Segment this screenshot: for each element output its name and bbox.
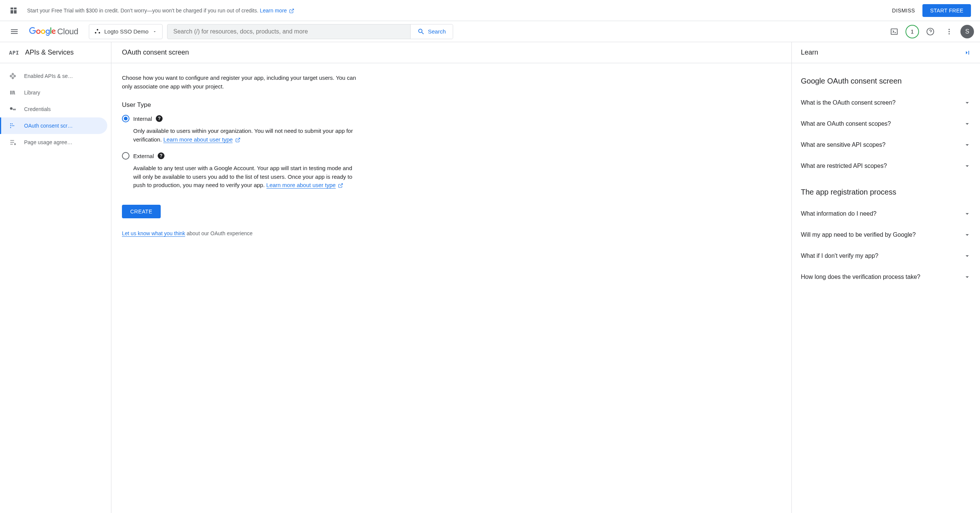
sidebar-item-library[interactable]: Library <box>0 84 107 101</box>
internal-description: Only available to users within your orga… <box>133 127 357 144</box>
svg-point-5 <box>948 29 950 30</box>
radio-external[interactable] <box>122 152 129 159</box>
svg-point-10 <box>10 125 11 126</box>
more-menu-button[interactable] <box>942 24 957 39</box>
learn-item[interactable]: Will my app need to be verified by Googl… <box>801 224 971 245</box>
radio-internal[interactable] <box>122 115 129 122</box>
feedback-link[interactable]: Let us know what you think <box>122 230 185 237</box>
sidebar-item-oauth-consent[interactable]: OAuth consent screen <box>0 118 107 134</box>
learn-item[interactable]: How long does the verification process t… <box>801 266 971 288</box>
sidebar-item-label: Credentials <box>24 106 51 112</box>
feedback-line: Let us know what you think about our OAu… <box>122 230 357 236</box>
svg-point-11 <box>12 125 13 126</box>
sidebar-item-page-usage[interactable]: Page usage agreements <box>0 134 107 151</box>
learn-item[interactable]: What is the OAuth consent screen? <box>801 92 971 113</box>
learn-item[interactable]: What are restricted API scopes? <box>801 155 971 177</box>
gift-icon <box>9 6 18 15</box>
promo-learn-more-link[interactable]: Learn more <box>260 8 294 14</box>
learn-panel: Learn Google OAuth consent screen What i… <box>792 42 980 513</box>
nav-tools: 1 S <box>887 24 974 39</box>
external-link-icon <box>235 137 240 143</box>
chevron-down-icon <box>963 210 971 218</box>
svg-point-0 <box>97 29 98 30</box>
project-picker[interactable]: Logto SSO Demo <box>89 24 162 39</box>
api-badge-icon: API <box>9 50 19 56</box>
kebab-menu-icon <box>945 28 953 35</box>
create-button[interactable]: CREATE <box>122 205 161 218</box>
chevron-down-icon <box>963 252 971 260</box>
chevron-down-icon <box>153 29 157 34</box>
cloud-text: Cloud <box>57 27 78 37</box>
learn-header: Learn <box>792 42 980 63</box>
learn-section-registration: The app registration process <box>801 188 971 196</box>
svg-point-8 <box>10 123 11 124</box>
svg-point-12 <box>13 125 14 126</box>
cloud-shell-button[interactable] <box>887 24 902 39</box>
chevron-down-icon <box>963 99 971 107</box>
google-logo-icon <box>29 27 56 36</box>
chevron-down-icon <box>963 231 971 239</box>
svg-point-2 <box>99 32 100 33</box>
svg-point-9 <box>12 123 13 124</box>
promo-text-content: Start your Free Trial with $300 in credi… <box>27 8 260 14</box>
radio-internal-row: Internal ? <box>122 115 357 122</box>
external-learn-more-link[interactable]: Learn more about user type <box>266 182 336 188</box>
internal-learn-more-link[interactable]: Learn more about user type <box>163 136 232 143</box>
top-nav: Cloud Logto SSO Demo Search 1 S <box>0 21 980 42</box>
external-link-icon <box>338 183 343 188</box>
search-bar: Search <box>167 24 453 39</box>
help-tooltip-icon[interactable]: ? <box>158 153 164 159</box>
chevron-down-icon <box>963 273 971 281</box>
consent-screen-icon <box>9 122 17 129</box>
collapse-panel-icon[interactable] <box>963 49 971 56</box>
sidebar-item-label: Library <box>24 89 40 96</box>
content-header: OAuth consent screen <box>111 42 791 63</box>
learn-item[interactable]: What are OAuth consent scopes? <box>801 113 971 134</box>
sidebar-item-label: Enabled APIs & services <box>24 73 73 79</box>
sidebar-item-label: OAuth consent screen <box>24 123 73 129</box>
dismiss-button[interactable]: DISMISS <box>892 8 915 14</box>
sidebar-header: API APIs & Services <box>0 42 111 63</box>
chevron-down-icon <box>963 162 971 170</box>
promo-text: Start your Free Trial with $300 in credi… <box>27 8 892 14</box>
learn-item[interactable]: What information do I need? <box>801 203 971 224</box>
radio-external-label: External <box>133 153 154 159</box>
promo-bar: Start your Free Trial with $300 in credi… <box>0 0 980 21</box>
chevron-down-icon <box>963 120 971 127</box>
help-icon <box>926 27 934 36</box>
svg-point-13 <box>10 127 11 128</box>
google-cloud-logo[interactable]: Cloud <box>27 27 84 37</box>
main-content: OAuth consent screen Choose how you want… <box>111 42 792 513</box>
terminal-icon <box>890 27 898 36</box>
svg-point-6 <box>948 31 950 32</box>
svg-point-14 <box>14 143 16 145</box>
chevron-down-icon <box>963 141 971 149</box>
key-icon <box>9 105 17 113</box>
external-link-icon <box>289 8 294 14</box>
learn-title: Learn <box>801 49 818 56</box>
trial-status-badge[interactable]: 1 <box>905 25 919 38</box>
diamond-icon <box>9 72 17 80</box>
radio-internal-label: Internal <box>133 116 152 122</box>
project-name-label: Logto SSO Demo <box>104 28 149 35</box>
library-icon <box>9 89 17 96</box>
help-button[interactable] <box>923 24 938 39</box>
user-avatar[interactable]: S <box>961 25 974 38</box>
sidebar-item-enabled-apis[interactable]: Enabled APIs & services <box>0 68 107 84</box>
learn-item[interactable]: What if I don't verify my app? <box>801 245 971 266</box>
svg-point-1 <box>95 32 96 33</box>
intro-text: Choose how you want to configure and reg… <box>122 74 357 91</box>
search-input[interactable] <box>167 24 410 39</box>
search-button-label: Search <box>428 28 446 35</box>
hamburger-menu-icon[interactable] <box>6 23 22 40</box>
project-dots-icon <box>94 29 100 35</box>
sidebar-title: APIs & Services <box>25 49 74 56</box>
learn-item[interactable]: What are sensitive API scopes? <box>801 134 971 155</box>
help-tooltip-icon[interactable]: ? <box>156 115 162 122</box>
radio-external-row: External ? <box>122 152 357 159</box>
sidebar: API APIs & Services Enabled APIs & servi… <box>0 42 111 513</box>
start-free-button[interactable]: START FREE <box>923 4 971 17</box>
search-icon <box>417 28 425 35</box>
search-button[interactable]: Search <box>410 24 453 39</box>
sidebar-item-credentials[interactable]: Credentials <box>0 101 107 118</box>
